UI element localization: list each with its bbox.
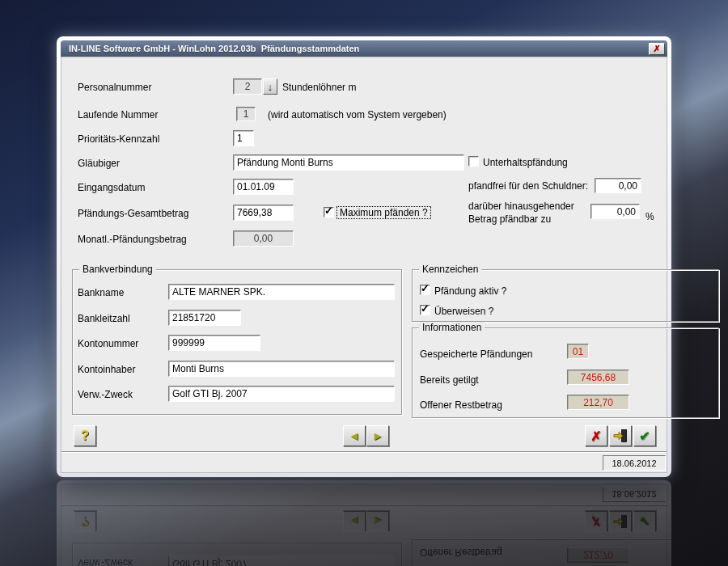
close-icon: ✗ (653, 44, 660, 53)
eingangsdatum-input[interactable] (233, 179, 294, 195)
personalnummer-label: Personalnummer (78, 82, 151, 93)
app-window: IN-LINE Software GmbH - WinLohn 2012.03b… (57, 36, 671, 477)
pfaendung-aktiv-label[interactable]: Pfändung aktiv ? (434, 285, 506, 297)
verwzweck-label: Verw.-Zweck (78, 389, 133, 400)
bankname-input[interactable] (168, 284, 395, 300)
personalnummer-suffix-label: Stundenlöhner m (282, 82, 356, 93)
bereits-getilgt-label: Bereits getilgt (420, 374, 479, 386)
kontonummer-input[interactable] (168, 335, 260, 351)
gespeicherte-pfaendungen-label: Gespeicherte Pfändungen (420, 348, 532, 360)
cancel-x-icon: ✗ (590, 429, 601, 444)
help-icon: ? (81, 428, 89, 444)
bankleitzahl-label: Bankleitzahl (78, 313, 130, 324)
verwzweck-input[interactable] (168, 386, 395, 402)
percent-label: % (645, 211, 654, 222)
arrow-left-icon: ◄ (349, 429, 360, 442)
arrow-right-icon: ► (372, 429, 383, 442)
confirm-check-icon: ✔ (639, 429, 650, 444)
unterhaltspfaendung-label[interactable]: Unterhaltspfändung (483, 157, 568, 168)
confirm-button[interactable]: ✔ (633, 425, 656, 446)
laufende-nummer-input[interactable] (236, 107, 256, 121)
personalnummer-dropdown-button[interactable]: ↓ (263, 78, 277, 95)
kontoinhaber-input[interactable] (168, 361, 395, 377)
ueberweisen-label[interactable]: Überweisen ? (434, 306, 493, 317)
bankverbindung-legend: Bankverbindung (79, 264, 156, 275)
monatl-input[interactable] (233, 230, 294, 247)
monatl-label: Monatl.-Pfändungsbetrag (78, 234, 187, 245)
informationen-legend: Informationen (419, 322, 485, 333)
glaeubiger-input[interactable] (233, 154, 464, 171)
close-button[interactable]: ✗ (649, 43, 665, 55)
kennzeichen-legend: Kennzeichen (419, 264, 481, 275)
darueber-label-line1: darüber hinausgehender (468, 201, 574, 212)
laufende-nummer-note: (wird automatisch vom System vergeben) (268, 109, 447, 120)
exit-door-icon (613, 429, 628, 443)
gesamtbetrag-input[interactable] (233, 205, 294, 221)
exit-button[interactable] (609, 425, 632, 446)
bankname-label: Bankname (78, 287, 124, 298)
kontoinhaber-label: Kontoinhaber (78, 364, 135, 375)
dialog-body: Personalnummer ↓ Stundenlöhner m Laufend… (61, 57, 667, 473)
prioritaet-input[interactable] (233, 130, 254, 146)
previous-record-button[interactable]: ◄ (343, 425, 366, 446)
eingangsdatum-label: Eingangsdatum (78, 182, 145, 193)
laufende-nummer-label: Laufende Nummer (78, 109, 158, 120)
darueber-label-line2: Betrag pfändbar zu (468, 213, 551, 225)
pfandfrei-input[interactable] (595, 178, 641, 193)
offener-restbetrag-label: Offener Restbetrag (420, 399, 502, 411)
gespeicherte-pfaendungen-value: 01 (567, 344, 589, 359)
darueber-input[interactable] (590, 204, 640, 219)
kontonummer-label: Kontonummer (78, 338, 138, 349)
pfandfrei-label: pfandfrei für den Schuldner: (468, 180, 588, 192)
statusbar-divider (61, 451, 667, 453)
next-record-button[interactable]: ► (366, 425, 389, 446)
bereits-getilgt-value: 7456,68 (567, 370, 629, 385)
ueberweisen-checkbox[interactable] (420, 305, 430, 315)
maximum-pfaenden-checkbox[interactable] (324, 207, 334, 218)
prioritaet-label: Prioritäts-Kennzahl (78, 133, 159, 145)
unterhaltspfaendung-checkbox[interactable] (468, 156, 479, 167)
help-button[interactable]: ? (74, 425, 96, 446)
window-title: IN-LINE Software GmbH - WinLohn 2012.03b… (69, 44, 649, 53)
pfaendung-aktiv-checkbox[interactable] (420, 285, 430, 295)
arrow-down-icon: ↓ (268, 81, 273, 93)
maximum-pfaenden-label[interactable]: Maximum pfänden ? (336, 206, 431, 219)
desktop-background: { "window": { "title": "IN-LINE Software… (0, 0, 728, 566)
personalnummer-input[interactable] (233, 78, 262, 95)
title-bar[interactable]: IN-LINE Software GmbH - WinLohn 2012.03b… (61, 40, 667, 57)
bankleitzahl-input[interactable] (168, 310, 241, 326)
statusbar-date: 18.06.2012 (603, 455, 666, 471)
cancel-button[interactable]: ✗ (585, 425, 607, 446)
glaeubiger-label: Gläubiger (78, 158, 120, 169)
gesamtbetrag-label: Pfändungs-Gesamtbetrag (78, 208, 188, 219)
offener-restbetrag-value: 212,70 (567, 395, 629, 410)
